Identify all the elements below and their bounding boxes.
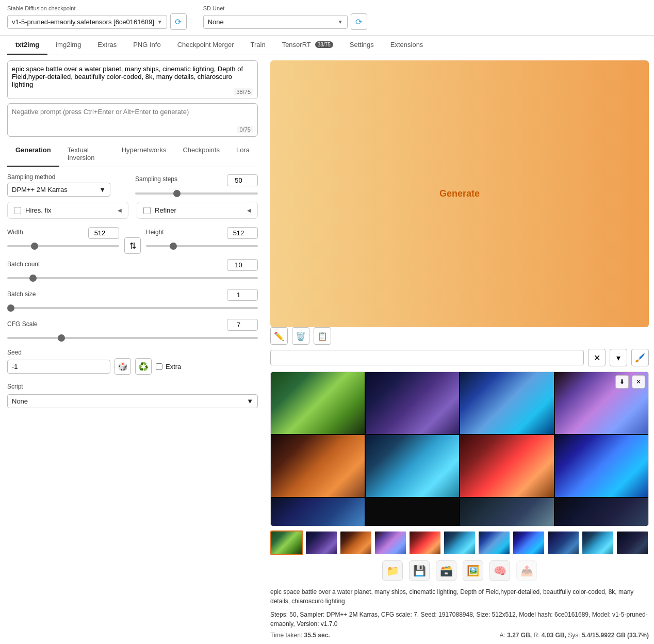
checkpoint-select[interactable]: v1-5-pruned-emaonly.safetensors [6ce0161… (7, 15, 167, 29)
refiner-collapse-icon[interactable]: ◀ (247, 207, 251, 213)
thumbnail-3[interactable] (339, 530, 372, 555)
checkpoint-label: Stable Diffusion checkpoint (7, 5, 187, 11)
tab-tensorrt[interactable]: TensorRT 38/75 (274, 36, 341, 55)
save-button[interactable]: 💾 (409, 560, 430, 581)
sampling-steps-input[interactable] (227, 174, 258, 186)
image-cell-2[interactable] (366, 372, 460, 434)
batch-count-slider[interactable] (7, 277, 258, 279)
hires-fix-collapse-icon[interactable]: ◀ (118, 207, 122, 213)
thumbnail-8[interactable] (512, 530, 545, 555)
tab-png-info[interactable]: PNG Info (125, 36, 169, 55)
clipboard-button[interactable]: 📋 (314, 327, 331, 345)
thumbnail-5[interactable] (408, 530, 442, 555)
seed-label: Seed (7, 349, 258, 356)
positive-token-count: 38/75 (234, 88, 253, 95)
main-tab-bar: txt2img img2img Extras PNG Info Checkpoi… (0, 36, 654, 55)
sampling-method-label: Sampling method (7, 173, 130, 181)
image-cell-10[interactable] (366, 498, 460, 526)
close-grid-button[interactable]: ✕ (632, 375, 645, 389)
height-slider[interactable] (146, 245, 258, 247)
grid-save-icon: 🗃️ (440, 565, 453, 577)
thumbnail-1[interactable] (270, 530, 303, 555)
generate-button[interactable]: Generate (270, 60, 649, 327)
refiner-checkbox[interactable] (143, 207, 151, 214)
image-cell-11[interactable] (460, 498, 554, 526)
cfg-scale-slider[interactable] (7, 337, 258, 339)
image-meta: Steps: 50, Sampler: DPM++ 2M Karras, CFG… (270, 610, 649, 629)
cfg-scale-input[interactable] (227, 319, 258, 331)
sampling-steps-label: Sampling steps (135, 175, 177, 183)
vram-a-value: 3.27 GB, (507, 632, 532, 639)
subtab-checkpoints[interactable]: Checkpoints (174, 142, 228, 167)
positive-prompt-input[interactable] (8, 61, 257, 97)
hires-fix-checkbox[interactable] (14, 207, 21, 214)
tab-img2img[interactable]: img2img (47, 36, 89, 55)
style-input[interactable] (270, 350, 584, 365)
seed-dice-button[interactable]: 🎲 (115, 358, 131, 375)
tab-extras[interactable]: Extras (89, 36, 125, 55)
folder-icon: 📁 (386, 565, 399, 577)
send-inactive-icon: 📤 (520, 565, 533, 577)
style-dropdown-button[interactable]: ▾ (610, 349, 627, 366)
time-taken-group: Time taken: 35.5 sec. (270, 632, 330, 639)
send-to-icon: 🖼️ (467, 565, 480, 577)
style-close-button[interactable]: ✕ (588, 349, 606, 366)
paste-button[interactable]: ✏️ (270, 327, 288, 345)
seed-recycle-button[interactable]: ♻️ (135, 358, 152, 375)
vram-r-value: 4.03 GB, (542, 632, 566, 639)
open-folder-button[interactable]: 📁 (382, 560, 403, 581)
image-grid (271, 372, 648, 526)
height-input[interactable] (227, 227, 258, 239)
unet-refresh-button[interactable]: ⟳ (351, 13, 367, 30)
swap-dimensions-button[interactable]: ⇅ (124, 237, 141, 254)
width-slider[interactable] (7, 245, 119, 247)
image-cell-1[interactable] (271, 372, 365, 434)
thumbnail-11[interactable] (616, 530, 649, 555)
trash-button[interactable]: 🗑️ (292, 327, 309, 345)
subtab-hypernetworks[interactable]: Hypernetworks (113, 142, 175, 167)
subtab-textual-inversion[interactable]: Textual Inversion (59, 142, 113, 167)
batch-size-input[interactable] (227, 289, 258, 301)
batch-count-input[interactable] (227, 259, 258, 271)
subtab-generation[interactable]: Generation (7, 142, 59, 167)
image-cell-3[interactable] (460, 372, 554, 434)
width-input[interactable] (88, 227, 119, 239)
tab-checkpoint-merger[interactable]: Checkpoint Merger (169, 36, 242, 55)
send-to-button[interactable]: 🖼️ (463, 560, 483, 581)
tensorrt-badge: 38/75 (315, 41, 333, 48)
extra-checkbox[interactable] (156, 363, 162, 370)
extra-checkbox-group: Extra (156, 363, 181, 371)
negative-token-count: 0/75 (237, 126, 253, 133)
image-cell-5[interactable] (271, 435, 365, 497)
image-cell-9[interactable] (271, 498, 365, 526)
interrogate-button[interactable]: 🧠 (489, 560, 510, 581)
send-inactive-button[interactable]: 📤 (516, 560, 537, 581)
image-cell-7[interactable] (460, 435, 554, 497)
image-cell-6[interactable] (366, 435, 460, 497)
tab-extensions[interactable]: Extensions (382, 36, 432, 55)
thumbnail-6[interactable] (443, 530, 476, 555)
thumbnail-4[interactable] (374, 530, 407, 555)
download-button[interactable]: ⬇ (615, 375, 629, 389)
thumbnail-10[interactable] (581, 530, 614, 555)
thumbnail-2[interactable] (305, 530, 338, 555)
seed-input[interactable] (7, 360, 110, 374)
checkpoint-refresh-button[interactable]: ⟳ (170, 13, 187, 30)
image-cell-12[interactable] (555, 498, 649, 526)
tab-txt2img[interactable]: txt2img (7, 36, 47, 55)
style-brush-button[interactable]: 🖌️ (631, 349, 649, 366)
negative-prompt-input[interactable] (8, 104, 257, 135)
grid-save-button[interactable]: 🗃️ (436, 560, 456, 581)
timing-row: Time taken: 35.5 sec. A: 3.27 GB, R: 4.0… (270, 632, 649, 639)
unet-select[interactable]: None ▼ (203, 15, 348, 29)
script-select[interactable]: None ▼ (7, 394, 258, 408)
thumbnail-7[interactable] (478, 530, 511, 555)
image-cell-8[interactable] (555, 435, 649, 497)
sampling-steps-slider[interactable] (135, 192, 258, 195)
sampling-method-select[interactable]: DPM++ 2M Karras ▼ (7, 183, 110, 197)
subtab-lora[interactable]: Lora (228, 142, 258, 167)
thumbnail-9[interactable] (547, 530, 580, 555)
batch-size-slider[interactable] (7, 307, 258, 309)
tab-train[interactable]: Train (242, 36, 274, 55)
tab-settings[interactable]: Settings (341, 36, 382, 55)
